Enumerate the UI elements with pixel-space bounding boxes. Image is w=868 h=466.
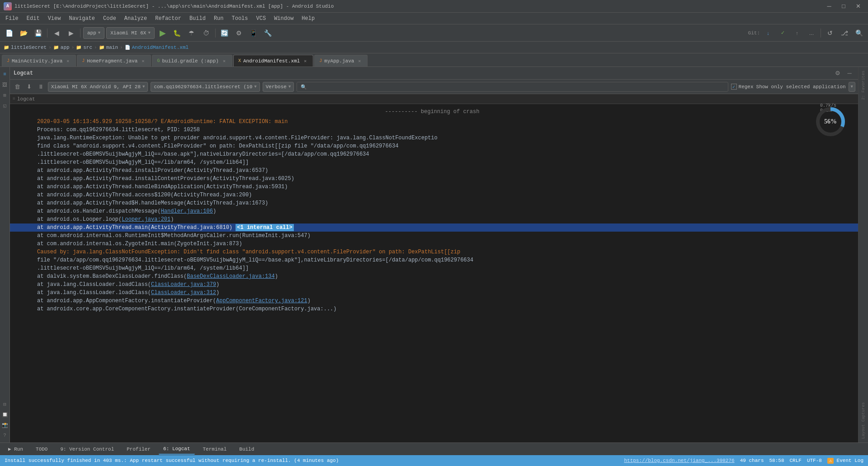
status-link[interactable]: https://blog.csdn.net/jiang_...398276 [624, 458, 734, 463]
tab-homefragment-close[interactable]: ✕ [140, 58, 146, 64]
tab-mainactivity[interactable]: J MainActivity.java ✕ [2, 55, 76, 67]
menu-build[interactable]: Build [186, 14, 209, 23]
bottom-tab-vcs[interactable]: 9: Version Control [56, 444, 118, 455]
structure-icon[interactable]: ⊞ [0, 90, 9, 100]
forward-button[interactable]: ▶ [65, 27, 77, 39]
menu-navigate[interactable]: Navigate [65, 14, 99, 23]
coverage-button[interactable]: ☂ [185, 27, 198, 39]
menu-edit[interactable]: Edit [23, 14, 43, 23]
menu-vcs[interactable]: VCS [253, 14, 270, 23]
bottom-tab-logcat[interactable]: 6: Logcat [159, 444, 194, 455]
log-link[interactable]: BaseDexClassLoader.java:134 [187, 273, 274, 280]
logcat-content[interactable]: ---------- beginning of crash2020-03-05 … [10, 104, 858, 442]
logcat-minimize-button[interactable]: ─ [844, 68, 854, 78]
tab-homefragment[interactable]: J HomeFragment.java ✕ [77, 55, 151, 67]
captures-icon[interactable]: 📸 [0, 420, 9, 429]
profile-button[interactable]: ⏱ [200, 27, 212, 39]
scroll-to-end-button[interactable]: ⬇ [24, 82, 33, 91]
project-selector[interactable]: app ▼ [83, 27, 104, 39]
menu-tools[interactable]: Tools [228, 14, 252, 23]
git-push-button[interactable]: ↑ [791, 27, 803, 39]
find-button[interactable]: 🔍 [853, 27, 865, 39]
menu-analyze[interactable]: Analyze [121, 14, 151, 23]
menu-help[interactable]: Help [298, 14, 318, 23]
status-right: https://blog.csdn.net/jiang_...398276 49… [624, 458, 863, 463]
menu-run[interactable]: Run [210, 14, 227, 23]
close-button[interactable]: ✕ [852, 1, 864, 11]
breadcrumb-app[interactable]: app [61, 45, 70, 50]
terminal-icon[interactable]: ⊟ [0, 399, 9, 409]
status-encoding[interactable]: UTF-8 [807, 458, 822, 463]
log-link[interactable]: Handler.java:106 [161, 208, 213, 214]
logcat-device-arrow: ▼ [142, 85, 145, 89]
new-file-button[interactable]: 📄 [3, 27, 15, 39]
event-log-button[interactable]: ⚠ Event Log [827, 458, 863, 463]
regex-label[interactable]: ✓ Regex [731, 84, 754, 90]
tab-myapp[interactable]: J myApp.java ✕ [314, 55, 368, 67]
tab-mainactivity-close[interactable]: ✕ [65, 58, 71, 64]
run-button[interactable]: ▶ [156, 27, 169, 39]
clear-logcat-button[interactable]: 🗑 [13, 82, 22, 91]
sync-button[interactable]: 🔄 [218, 27, 231, 39]
menu-window[interactable]: Window [270, 14, 297, 23]
layout-captures-label[interactable]: Layout Captures [861, 402, 866, 439]
breadcrumb-manifest[interactable]: AndroidManifest.xml [132, 45, 189, 50]
show-only-dropdown[interactable]: ▼ [849, 82, 855, 92]
bottom-tab-build[interactable]: Build [235, 444, 259, 455]
breadcrumb-project[interactable]: littleSecret [11, 45, 47, 50]
logcat-process-select[interactable]: com.qq1962976634.littlesecret (10 ▼ [151, 82, 259, 92]
pause-logcat-button[interactable]: ⏸ [36, 82, 45, 91]
avd-button[interactable]: 📱 [247, 27, 260, 39]
logcat-settings-button[interactable]: ⚙ [833, 68, 843, 78]
tab-androidmanifest-close[interactable]: ✕ [302, 58, 308, 64]
tab-androidmanifest[interactable]: X AndroidManifest.xml ✕ [233, 55, 313, 67]
git-commit-button[interactable]: ✓ [776, 27, 789, 39]
menu-code[interactable]: Code [99, 14, 120, 23]
bottom-tab-todo[interactable]: TODO [31, 444, 52, 455]
status-time: 58:58 [769, 458, 784, 463]
tab-buildgradle-close[interactable]: ✕ [221, 58, 227, 64]
branch-button[interactable]: ⎇ [838, 27, 851, 39]
log-link[interactable]: Looper.java:201 [122, 216, 170, 223]
help-icon[interactable]: ? [0, 431, 9, 440]
logcat-device-select[interactable]: Xiaomi MI 6X Android 9, API 28 ▼ [48, 82, 148, 92]
sdk-button[interactable]: 🔧 [262, 27, 274, 39]
bottom-tab-terminal[interactable]: Terminal [198, 444, 231, 455]
git-more-button[interactable]: … [805, 27, 818, 39]
project-tool-icon[interactable]: ≡ [0, 70, 9, 79]
minimize-button[interactable]: ─ [823, 1, 835, 11]
layout-inspector-icon[interactable]: 🔲 [0, 410, 9, 419]
logcat-level-select[interactable]: Verbose ▼ [263, 82, 294, 92]
menu-bar: File Edit View Navigate Code Analyze Ref… [0, 13, 868, 24]
maximize-button[interactable]: □ [837, 1, 850, 11]
status-crlf[interactable]: CRLF [790, 458, 802, 463]
bottom-tab-profiler[interactable]: Profiler [122, 444, 155, 455]
gradle-button[interactable]: ⚙ [233, 27, 245, 39]
revert-button[interactable]: ↺ [824, 27, 836, 39]
build-variants-icon[interactable]: ◱ [0, 101, 9, 110]
log-link[interactable]: ClassLoader.java:379 [151, 281, 216, 288]
resource-manager-icon[interactable]: 🖼 [0, 80, 9, 89]
logcat-search-input[interactable] [297, 82, 728, 92]
menu-view[interactable]: View [44, 14, 65, 23]
open-button[interactable]: 📂 [17, 27, 30, 39]
title-bar-left: A littleSecret [E:\AndroidProject\little… [4, 2, 334, 10]
breadcrumb-src[interactable]: src [83, 45, 92, 50]
regex-checkbox[interactable]: ✓ [731, 84, 737, 90]
log-link[interactable]: ClassLoader.java:312 [151, 290, 216, 296]
log-link[interactable]: AppComponentFactory.java:121 [216, 298, 307, 304]
device-selector[interactable]: Xiaomi MI 6X ▼ [106, 27, 155, 39]
save-button[interactable]: 💾 [32, 27, 44, 39]
git-update-button[interactable]: ↓ [762, 27, 774, 39]
tab-myapp-close[interactable]: ✕ [356, 58, 363, 64]
log-line: at android.os.Handler.dispatchMessage(Ha… [10, 207, 858, 215]
tab-buildgradle[interactable]: G build.gradle (:app) ✕ [152, 55, 232, 67]
menu-refactor[interactable]: Refactor [151, 14, 185, 23]
debug-button[interactable]: 🐛 [171, 27, 184, 39]
log-line: .littlesecret-oBE0MSV5uijbwAgjyM_liQ==/b… [10, 150, 858, 158]
bottom-tab-run[interactable]: ▶ Run [4, 444, 28, 455]
back-button[interactable]: ◀ [50, 27, 63, 39]
menu-file[interactable]: File [2, 14, 22, 23]
favorites-label[interactable]: 2: Favorites [861, 71, 866, 100]
breadcrumb-main[interactable]: main [106, 45, 118, 50]
